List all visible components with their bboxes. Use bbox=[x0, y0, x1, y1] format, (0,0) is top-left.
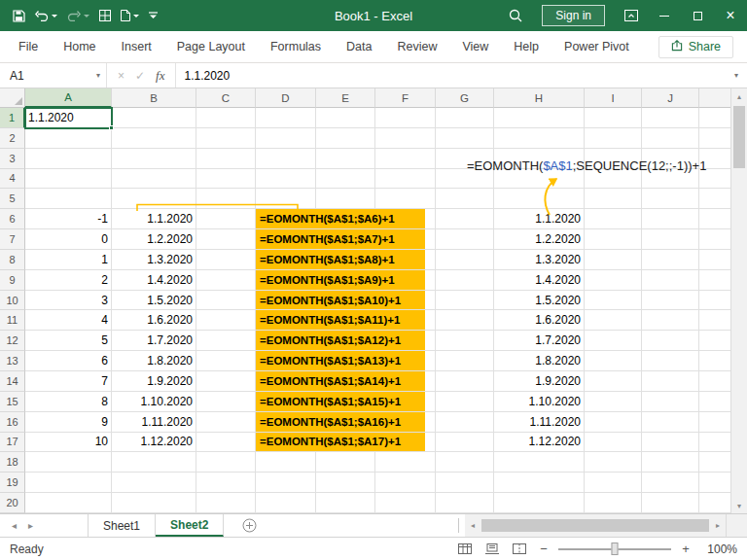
cell-G20[interactable] bbox=[436, 493, 494, 513]
cell-E18[interactable] bbox=[316, 452, 375, 472]
cell-A20[interactable] bbox=[25, 493, 112, 513]
cell-K16[interactable] bbox=[699, 412, 730, 433]
cell-I8[interactable] bbox=[585, 250, 642, 270]
column-header-C[interactable]: C bbox=[196, 88, 256, 108]
cell-J7[interactable] bbox=[642, 229, 699, 250]
cell-K8[interactable] bbox=[699, 250, 730, 270]
cell-K20[interactable] bbox=[699, 493, 730, 513]
row-header-13[interactable]: 13 bbox=[0, 351, 25, 371]
ribbon-tab-file[interactable]: File bbox=[6, 31, 51, 62]
cell-H13[interactable]: 1.8.2020 bbox=[494, 351, 585, 371]
cell-G10[interactable] bbox=[436, 291, 494, 311]
cell-K11[interactable] bbox=[699, 310, 730, 331]
expand-formula-bar-icon[interactable]: ▾ bbox=[726, 63, 747, 88]
cell-G1[interactable] bbox=[436, 108, 494, 128]
cell-E20[interactable] bbox=[316, 493, 375, 513]
column-header-G[interactable]: G bbox=[436, 88, 494, 108]
column-header-D[interactable]: D bbox=[256, 88, 316, 108]
cell-I2[interactable] bbox=[585, 128, 642, 149]
cell-D20[interactable] bbox=[256, 493, 316, 513]
cell-B16[interactable]: 1.11.2020 bbox=[112, 412, 196, 433]
cell-G13[interactable] bbox=[436, 351, 494, 371]
cell-B1[interactable] bbox=[112, 108, 196, 128]
cell-J16[interactable] bbox=[642, 412, 699, 433]
cell-A12[interactable]: 5 bbox=[25, 331, 112, 351]
zoom-slider-thumb[interactable] bbox=[612, 542, 619, 555]
cell-B10[interactable]: 1.5.2020 bbox=[112, 291, 196, 311]
normal-view-button[interactable] bbox=[455, 542, 475, 557]
cell-B8[interactable]: 1.3.2020 bbox=[112, 250, 196, 270]
new-sheet-button[interactable] bbox=[235, 514, 263, 537]
cell-J15[interactable] bbox=[642, 392, 699, 412]
cell-G2[interactable] bbox=[436, 128, 494, 149]
cell-J6[interactable] bbox=[642, 209, 699, 229]
cell-A11[interactable]: 4 bbox=[25, 310, 112, 331]
cell-A4[interactable] bbox=[25, 169, 112, 190]
cell-H1[interactable] bbox=[494, 108, 585, 128]
cell-C16[interactable] bbox=[196, 412, 256, 433]
cell-H7[interactable]: 1.2.2020 bbox=[494, 229, 585, 250]
redo-button[interactable] bbox=[62, 0, 94, 31]
cell-K14[interactable] bbox=[699, 371, 730, 392]
cell-A14[interactable]: 7 bbox=[25, 371, 112, 392]
maximize-button[interactable] bbox=[681, 0, 714, 31]
highlighted-formula-cell[interactable]: =EOMONTH($A$1;$A16)+1 bbox=[256, 412, 425, 432]
cell-A2[interactable] bbox=[25, 128, 112, 149]
sheet-nav-right-icon[interactable]: ▸ bbox=[22, 514, 39, 537]
highlighted-formula-cell[interactable]: =EOMONTH($A$1;$A6)+1 bbox=[256, 209, 425, 228]
cell-D8[interactable]: =EOMONTH($A$1;$A8)+1 bbox=[256, 250, 316, 270]
cell-J17[interactable] bbox=[642, 433, 699, 453]
column-header-E[interactable]: E bbox=[316, 88, 375, 108]
cell-K6[interactable] bbox=[699, 209, 730, 229]
cell-D5[interactable] bbox=[256, 189, 316, 209]
highlighted-formula-cell[interactable]: =EOMONTH($A$1;$A11)+1 bbox=[256, 310, 425, 330]
ribbon-tab-view[interactable]: View bbox=[449, 31, 501, 62]
cell-C12[interactable] bbox=[196, 331, 256, 351]
cell-H9[interactable]: 1.4.2020 bbox=[494, 270, 585, 291]
cell-D1[interactable] bbox=[256, 108, 316, 128]
row-header-9[interactable]: 9 bbox=[0, 270, 25, 291]
search-icon[interactable] bbox=[499, 0, 532, 31]
row-header-19[interactable]: 19 bbox=[0, 472, 25, 493]
cell-C15[interactable] bbox=[196, 392, 256, 412]
sheet-tab-sheet1[interactable]: Sheet1 bbox=[88, 514, 156, 537]
cell-A17[interactable]: 10 bbox=[25, 433, 112, 453]
cell-J12[interactable] bbox=[642, 331, 699, 351]
close-button[interactable]: × bbox=[714, 0, 747, 31]
cell-A19[interactable] bbox=[25, 472, 112, 493]
vertical-scrollbar[interactable]: ▴ ▾ bbox=[730, 88, 747, 513]
cell-F18[interactable] bbox=[375, 452, 436, 472]
row-header-5[interactable]: 5 bbox=[0, 189, 25, 209]
cell-H5[interactable] bbox=[494, 189, 585, 209]
cell-J2[interactable] bbox=[642, 128, 699, 149]
cell-H20[interactable] bbox=[494, 493, 585, 513]
cell-I17[interactable] bbox=[585, 433, 642, 453]
row-header-15[interactable]: 15 bbox=[0, 392, 25, 412]
cell-J5[interactable] bbox=[642, 189, 699, 209]
cell-I7[interactable] bbox=[585, 229, 642, 250]
cell-A1[interactable]: 1.1.2020 bbox=[25, 108, 112, 128]
cell-D14[interactable]: =EOMONTH($A$1;$A14)+1 bbox=[256, 371, 316, 392]
cell-F2[interactable] bbox=[375, 128, 436, 149]
insert-function-icon[interactable]: fx bbox=[156, 68, 164, 84]
column-header-I[interactable]: I bbox=[585, 88, 642, 108]
cell-C5[interactable] bbox=[196, 189, 256, 209]
cell-J8[interactable] bbox=[642, 250, 699, 270]
document-dropdown-icon[interactable] bbox=[133, 15, 139, 18]
cell-B2[interactable] bbox=[112, 128, 196, 149]
cell-D11[interactable]: =EOMONTH($A$1;$A11)+1 bbox=[256, 310, 316, 331]
cell-B13[interactable]: 1.8.2020 bbox=[112, 351, 196, 371]
cell-C8[interactable] bbox=[196, 250, 256, 270]
cell-G18[interactable] bbox=[436, 452, 494, 472]
cell-I9[interactable] bbox=[585, 270, 642, 291]
scroll-right-icon[interactable]: ▸ bbox=[710, 521, 726, 530]
row-header-12[interactable]: 12 bbox=[0, 331, 25, 351]
cell-A13[interactable]: 6 bbox=[25, 351, 112, 371]
cell-C14[interactable] bbox=[196, 371, 256, 392]
cell-K5[interactable] bbox=[699, 189, 730, 209]
column-header-F[interactable]: F bbox=[375, 88, 436, 108]
cell-J10[interactable] bbox=[642, 291, 699, 311]
name-box[interactable]: A1 ▾ bbox=[0, 63, 107, 88]
cell-F20[interactable] bbox=[375, 493, 436, 513]
row-header-16[interactable]: 16 bbox=[0, 412, 25, 433]
